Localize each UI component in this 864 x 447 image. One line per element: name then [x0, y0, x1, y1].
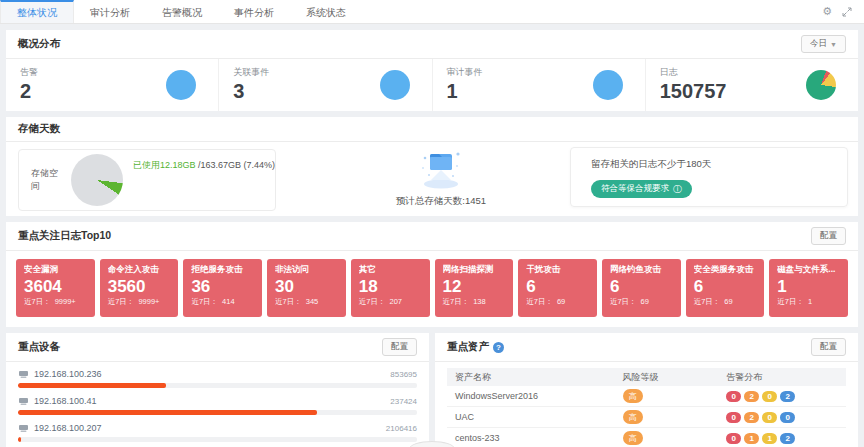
tab-system-status[interactable]: 系统状态: [290, 0, 362, 23]
storage-title: 存储天数: [18, 122, 60, 136]
tab-event-analysis[interactable]: 事件分析: [218, 0, 290, 23]
log-card[interactable]: 网络扫描探测 12 近7日：138: [435, 259, 514, 317]
log-card[interactable]: 拒绝服务攻击 36 近7日：414: [183, 259, 262, 317]
storage-pie-chart: [71, 154, 123, 206]
compliance-button[interactable]: 符合等保合规要求 ⓘ: [591, 180, 692, 198]
device-row[interactable]: 192.168.100.236 853695: [18, 367, 417, 388]
log-card[interactable]: 非法访问 30 近7日：345: [267, 259, 346, 317]
log-card[interactable]: 其它 18 近7日：207: [351, 259, 430, 317]
alert-circle-icon: [166, 70, 196, 100]
devices-config-button[interactable]: 配置: [382, 338, 417, 356]
log-card[interactable]: 网络钓鱼攻击 6 近7日：69: [602, 259, 681, 317]
log-card[interactable]: 磁盘与文件系... 1 近7日：1: [769, 259, 848, 317]
log-card-value: 3560: [108, 276, 171, 297]
table-row[interactable]: WindowsServer2016 高 0 2 0 2: [447, 386, 846, 407]
alert-badge-red: 0: [726, 412, 741, 423]
recent-label: 近7日：: [359, 297, 386, 307]
log-card-value: 30: [275, 276, 338, 297]
recent-value: 9999+: [55, 297, 76, 307]
recent-value: 414: [222, 297, 235, 307]
recent-label: 近7日：: [610, 297, 637, 307]
alert-badge-blue: 2: [780, 433, 795, 444]
log-card-value: 36: [191, 276, 254, 297]
log-card-title: 网络扫描探测: [443, 264, 506, 276]
recent-label: 近7日：: [443, 297, 470, 307]
log-card-value: 6: [610, 276, 673, 297]
storage-panel: 存储天数 存储空间 已使用12.18GB /163.67GB (7.44%): [6, 117, 858, 216]
col-risk-level: 风险等级: [623, 371, 727, 384]
table-row[interactable]: UAC 高 0 2 0 0: [447, 407, 846, 428]
tab-label: 事件分析: [234, 6, 274, 20]
alert-badge-yellow: 1: [762, 433, 777, 444]
alert-badge-blue: 2: [780, 391, 795, 402]
event-circle-icon: [380, 70, 410, 100]
log-card-value: 18: [359, 276, 422, 297]
date-filter-dropdown[interactable]: 今日 ▼: [801, 35, 846, 53]
log-card-title: 网络钓鱼攻击: [610, 264, 673, 276]
log-card-title: 拒绝服务攻击: [191, 264, 254, 276]
top10-cards: 安全漏洞 3604 近7日：9999+ 命令注入攻击 3560 近7日：9999…: [6, 251, 858, 327]
gear-icon[interactable]: ⚙: [822, 6, 832, 17]
storage-usage-text: 已使用12.18GB /163.67GB (7.44%): [133, 159, 275, 172]
top10-config-button[interactable]: 配置: [811, 227, 846, 245]
tab-audit-analysis[interactable]: 审计分析: [74, 0, 146, 23]
log-card-value: 6: [526, 276, 589, 297]
recent-value: 69: [641, 297, 649, 307]
device-bar-fill: [18, 383, 166, 388]
log-card[interactable]: 安全类服务攻击 6 近7日：69: [686, 259, 765, 317]
storage-used-value: 已使用12.18GB: [133, 160, 196, 170]
stat-logs: 日志 150757: [646, 59, 858, 111]
alert-badge-orange: 2: [744, 412, 759, 423]
fullscreen-icon[interactable]: [842, 7, 852, 17]
log-card-value: 3604: [24, 276, 87, 297]
table-row[interactable]: centos-233 高 0 1 1 2: [447, 428, 846, 447]
col-alert-distribution: 告警分布: [726, 371, 846, 384]
risk-badge: 高: [623, 389, 643, 403]
device-ip: 192.168.100.236: [34, 369, 102, 379]
col-asset-name: 资产名称: [447, 371, 623, 384]
log-card-value: 6: [694, 276, 757, 297]
tab-bar: 整体状况 审计分析 告警概况 事件分析 系统状态: [0, 0, 362, 23]
table-header-row: 资产名称 风险等级 告警分布: [447, 368, 846, 386]
recent-label: 近7日：: [191, 297, 218, 307]
device-count: 853695: [390, 370, 417, 379]
alert-badge-red: 0: [726, 391, 741, 402]
tab-overall-status[interactable]: 整体状况: [0, 0, 74, 23]
tab-alert-overview[interactable]: 告警概况: [146, 0, 218, 23]
log-card-title: 其它: [359, 264, 422, 276]
device-ip: 192.168.100.207: [34, 423, 102, 433]
device-row[interactable]: 192.168.100.41 237424: [18, 394, 417, 415]
tab-label: 整体状况: [17, 6, 57, 20]
log-card[interactable]: 安全漏洞 3604 近7日：9999+: [16, 259, 95, 317]
date-filter-value: 今日: [810, 38, 827, 50]
recent-value: 138: [473, 297, 486, 307]
recent-value: 1: [808, 297, 812, 307]
assets-config-button[interactable]: 配置: [811, 338, 846, 356]
recent-value: 69: [557, 297, 565, 307]
device-row[interactable]: 192.168.100.207 2106416: [18, 421, 417, 442]
tab-label: 系统状态: [306, 6, 346, 20]
recent-label: 近7日：: [526, 297, 553, 307]
alert-badge-blue: 0: [780, 412, 795, 423]
tab-label: 告警概况: [162, 6, 202, 20]
assets-table: 资产名称 风险等级 告警分布 WindowsServer2016 高 0 2 0…: [447, 368, 846, 447]
help-icon[interactable]: ?: [493, 342, 504, 353]
recent-label: 近7日：: [24, 297, 51, 307]
storage-space-card: 存储空间 已使用12.18GB /163.67GB (7.44%): [18, 149, 276, 211]
alert-badge-orange: 1: [744, 433, 759, 444]
alert-badge-yellow: 0: [762, 412, 777, 423]
compliance-text: 留存相关的日志不少于180天: [591, 158, 827, 171]
device-bar-fill: [18, 410, 317, 415]
overview-title: 概况分布: [18, 37, 60, 51]
device-bar-track: [18, 410, 417, 415]
device-icon: [18, 397, 29, 406]
storage-space-label: 存储空间: [31, 167, 63, 193]
top-navbar: 整体状况 审计分析 告警概况 事件分析 系统状态 ⚙: [0, 0, 864, 24]
info-icon: ⓘ: [673, 185, 682, 194]
folder-illustration: [413, 176, 469, 193]
log-card[interactable]: 命令注入攻击 3560 近7日：9999+: [100, 259, 179, 317]
log-card[interactable]: 干扰攻击 6 近7日：69: [518, 259, 597, 317]
alert-badge-yellow: 0: [762, 391, 777, 402]
asset-name: centos-233: [447, 433, 623, 443]
asset-name: UAC: [447, 412, 623, 422]
